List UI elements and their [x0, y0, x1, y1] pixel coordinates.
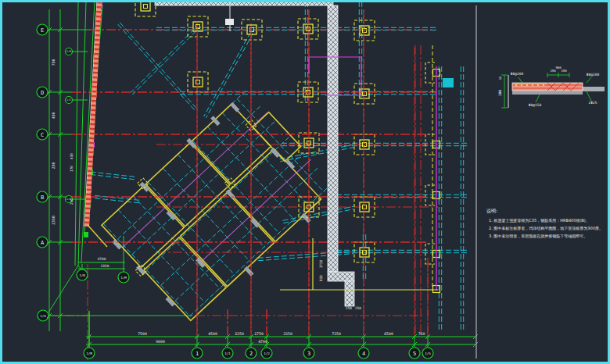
notes-title: 说明: — [486, 208, 497, 214]
axis-bubble-C-label: C — [41, 132, 44, 138]
detail-label-topright: Φ8@200 — [587, 73, 600, 77]
wall-marker — [84, 232, 88, 237]
dim-left-inner: 450 — [70, 153, 74, 159]
axis-corner-bubble-label: 1/B — [79, 273, 85, 277]
axis-corner-bubble-label: 1/A — [40, 314, 46, 318]
detail-left-dim: 300 — [498, 90, 502, 96]
teal-core-block — [443, 78, 454, 87]
detail-label-topleft: Φ8@200 — [511, 72, 524, 76]
dim-left: 2350 — [52, 216, 56, 225]
dim-left: 250 — [52, 162, 56, 170]
dim-misc: 1750 — [319, 259, 323, 268]
dim-bottom: 760 — [418, 332, 425, 336]
dim-misc: 2350 — [101, 264, 109, 268]
detail-dim-b: 150 — [561, 69, 567, 73]
cad-drawing-stage[interactable]: EDCBA1/D1/C1/A1/M11/121/23451/51/A1/B1/M… — [0, 0, 610, 364]
axis-bubble-5-label: 5 — [413, 351, 416, 357]
axis-corner-bubble-label: 1/M — [120, 276, 127, 280]
axis-bubble-2-label: 2 — [249, 351, 253, 357]
axis-bubble-D-label: D — [41, 90, 44, 96]
axis-sub-bubble-label: 1/C — [66, 98, 72, 102]
dim-bottom: 2350 — [235, 332, 244, 336]
detail-width: 900 — [555, 66, 562, 70]
axis-bubble-B-label: B — [41, 194, 44, 201]
dim-left: 750 — [52, 59, 56, 66]
dim-left: 450 — [52, 112, 56, 120]
axis-bubble-4-label: 4 — [362, 351, 365, 357]
dim-bottom: 4500 — [208, 332, 217, 336]
dim-misc: 850 — [319, 275, 323, 281]
axis-bubble-1/1-label: 1/1 — [224, 352, 231, 355]
detail-label-bottomleft: Φ8@150 — [529, 103, 542, 107]
notes-item-1: 1. 板混凝土强度等级为C35，钢筋采用：HRB400级(Ⅲ)。 — [489, 218, 590, 223]
detail-label-bottomright: 2Φ25 — [589, 101, 597, 105]
axis-bubble-1-label: 1 — [196, 351, 199, 357]
axis-bubble-1/M-label: 1/M — [86, 352, 92, 355]
cad-canvas[interactable]: EDCBA1/D1/C1/A1/M11/121/23451/51/A1/B1/M… — [0, 0, 610, 364]
dim-bottom: 7500 — [138, 332, 147, 336]
dim-left-inner: 250 — [70, 198, 74, 205]
detail-t50: 50 — [498, 76, 502, 80]
dim-bottom2: 4700 — [258, 340, 267, 344]
dim-bottom2: 9000 — [156, 340, 165, 344]
dim-misc: 4700 — [98, 257, 106, 261]
detail-lower-band — [512, 91, 583, 95]
dim-misc: 250 — [355, 306, 361, 310]
axis-bubble-1/2-label: 1/2 — [264, 352, 270, 355]
dim-bottom: 3350 — [283, 332, 292, 336]
dim-bottom: 1750 — [254, 332, 264, 336]
axis-bubble-1/5-label: 1/5 — [425, 352, 431, 355]
detail-right-band — [583, 87, 605, 91]
dim-misc: 250 — [346, 306, 352, 310]
dim-bottom: 7350 — [332, 332, 341, 336]
dim-bottom: 6500 — [384, 332, 393, 336]
axis-bubble-3-label: 3 — [307, 351, 310, 357]
notes-item-3: 3. 图中未注明者，采用预留孔洞并将钢筋下弯锚固即可。 — [489, 234, 587, 239]
dim-left-inner: 170 — [70, 166, 74, 172]
axis-bubble-E-label: E — [41, 27, 44, 34]
notes-item-2: 2. 图中未标注板厚者，均详结构平面图，地下室顶板厚为300厚。 — [489, 226, 603, 231]
axis-sub-bubble-label: 1/D — [66, 50, 72, 53]
